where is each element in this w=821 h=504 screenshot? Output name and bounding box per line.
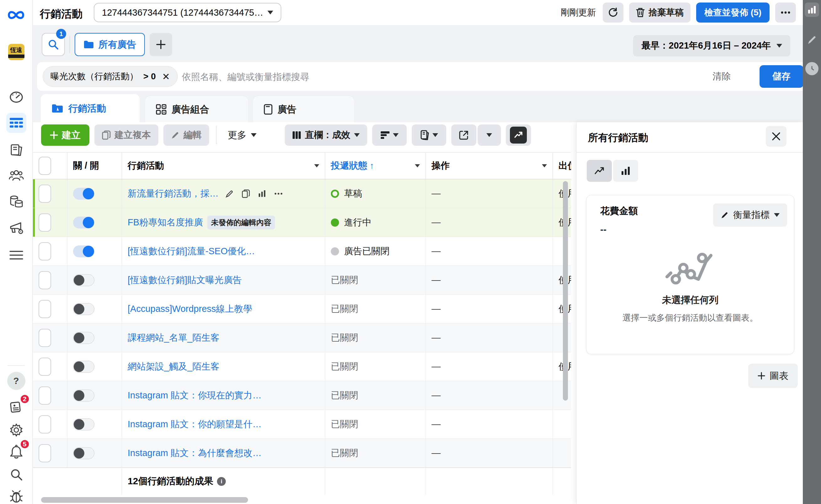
row-checkbox[interactable] [39,386,51,405]
filter-search-input[interactable]: 依照名稱、編號或衡量指標搜尋 [182,71,309,83]
notifications-bell-icon[interactable]: 5 [6,442,26,462]
add-tab-button[interactable] [150,33,172,56]
pages-icon[interactable] [6,140,26,160]
charts-toggle-button[interactable] [506,124,531,146]
more-options-button[interactable] [775,3,796,23]
campaign-row[interactable]: [恆遠數位行銷]貼文曝光廣告 已關閉 — 使用 [33,266,571,295]
campaign-row[interactable]: FB粉專知名度推廣 未發佈的編輯內容 進行中 — 使用 [33,208,571,237]
campaign-toggle[interactable] [73,188,94,200]
row-hover-actions[interactable] [225,189,282,198]
add-chart-button[interactable]: 圖表 [748,364,798,388]
campaign-name-link[interactable]: Instagram 貼文：為什麼會想改變自己？改變自… [128,447,262,459]
info-icon[interactable]: i [217,477,226,486]
account-avatar[interactable]: 恆遠 [8,44,24,60]
campaign-toggle[interactable] [73,332,94,344]
horizontal-scrollbar[interactable] [41,497,248,503]
campaign-name-link[interactable]: Instagram 貼文：你現在的實力有可能能夠達到… [128,389,262,402]
row-checkbox[interactable] [39,300,51,318]
campaign-name-link[interactable]: [恆遠數位行銷]貼文曝光廣告 [128,274,242,286]
chevron-down-icon[interactable] [314,164,319,167]
insights-chart-icon[interactable] [805,3,819,17]
report-bug-icon[interactable] [6,486,26,504]
row-checkbox[interactable] [39,444,51,462]
row-checkbox[interactable] [39,358,51,376]
bar-chart-view-button[interactable] [613,160,638,182]
campaign-toggle[interactable] [73,447,94,459]
campaign-name-link[interactable]: [Accupass]Wordpress線上教學 [128,303,252,315]
edit-pencil-icon[interactable] [806,34,818,46]
campaign-name-link[interactable]: [恆遠數位行銷]流量-SEO優化服務 [128,245,262,258]
campaign-row[interactable]: 課程網站_名單_陌生客 已關閉 — [33,323,571,352]
chevron-down-icon[interactable] [542,164,547,167]
tab-campaigns[interactable]: 行銷活動 [41,94,139,123]
review-publish-button[interactable]: 檢查並發佈 (5) [696,3,770,23]
refresh-button[interactable] [603,3,624,23]
export-button[interactable] [451,124,476,146]
header-name[interactable]: 行銷活動 [128,160,164,172]
sidebar-search-icon[interactable] [6,465,26,485]
edit-button[interactable]: 編輯 [163,124,209,146]
row-checkbox[interactable] [39,271,51,289]
row-checkbox[interactable] [39,415,51,433]
campaign-toggle[interactable] [73,245,94,257]
ads-megaphone-icon[interactable] [6,218,26,238]
audiences-icon[interactable] [6,166,26,186]
overview-gauge-icon[interactable] [6,87,26,107]
chevron-down-icon[interactable] [415,164,420,167]
row-checkbox[interactable] [39,329,51,347]
tab-ads[interactable]: 廣告 [253,96,354,123]
campaign-name-link[interactable]: 課程網站_名單_陌生客 [128,332,219,344]
history-clock-icon[interactable] [805,62,818,75]
help-button[interactable]: ? [7,372,25,390]
campaign-toggle[interactable] [73,418,94,430]
billing-coins-icon[interactable] [6,192,26,212]
header-actions[interactable]: 操作 [432,160,450,172]
more-menu-button[interactable]: 更多 [223,129,261,142]
all-ads-folder-tab[interactable]: 所有廣告 [75,33,145,56]
duplicate-button[interactable]: 建立複本 [94,124,158,146]
line-chart-view-button[interactable] [587,160,612,182]
campaign-row[interactable]: Instagram 貼文：你現在的實力有可能能夠達到… 已關閉 — [33,381,571,410]
campaign-row[interactable]: [Accupass]Wordpress線上教學 已關閉 — 使用 [33,295,571,323]
campaign-row[interactable]: Instagram 貼文：為什麼會想改變自己？改變自… 已關閉 — [33,439,571,468]
campaign-name-link[interactable]: FB粉專知名度推廣 [128,216,203,229]
columns-button[interactable]: 直欄：成效 [285,124,367,146]
campaign-toggle[interactable] [73,361,94,373]
table-vertical-scrollbar[interactable] [563,181,568,401]
reports-button[interactable] [412,124,446,146]
save-filters-button[interactable]: 儲存 [760,65,803,88]
menu-hamburger-icon[interactable] [6,245,26,265]
breakdown-button[interactable] [372,124,407,146]
account-selector[interactable]: 127444367344751 (12744436734475… [94,3,281,22]
create-button[interactable]: 建立 [41,124,89,146]
close-panel-button[interactable] [766,126,787,147]
campaigns-table-icon[interactable] [6,113,26,133]
filter-chip[interactable]: 曝光次數（行銷活動） > 0 ✕ [43,66,178,87]
whats-new-icon[interactable]: 2 [6,397,26,417]
discard-draft-button[interactable]: 捨棄草稿 [629,3,691,23]
campaign-toggle[interactable] [73,217,94,228]
campaign-name-link[interactable]: 新流量行銷活動，採… [128,187,218,200]
campaign-row[interactable]: Instagram 貼文：你的願望是什麼？… 已關閉 — [33,410,571,439]
campaign-toggle[interactable] [73,390,94,402]
export-options-button[interactable] [478,124,501,146]
clear-filters-button[interactable]: 清除 [713,70,731,83]
date-range-selector[interactable]: 最早：2021年6月16日 – 2024年 [633,35,790,56]
remove-filter-icon[interactable]: ✕ [161,71,170,82]
metrics-selector-button[interactable]: 衡量指標 [713,203,787,227]
campaign-row[interactable]: [恆遠數位行銷]流量-SEO優化服務 廣告已關閉 — [33,237,571,266]
settings-gear-icon[interactable] [6,420,26,440]
meta-logo-icon[interactable] [7,6,26,24]
campaign-name-link[interactable]: 網站架設_觸及_陌生客 [128,360,219,373]
campaign-row[interactable]: 網站架設_觸及_陌生客 已關閉 — 使用 [33,352,571,381]
row-checkbox[interactable] [39,242,51,260]
header-delivery[interactable]: 投遞狀態 [331,160,367,172]
row-checkbox[interactable] [39,185,51,203]
campaign-name-link[interactable]: Instagram 貼文：你的願望是什麼？… [128,418,262,431]
tab-adsets[interactable]: 廣告組合 [145,96,248,123]
select-all-checkbox[interactable] [39,157,51,175]
campaign-row[interactable]: 新流量行銷活動，採… 草稿 — 使用 [33,179,571,208]
campaign-toggle[interactable] [73,303,94,315]
row-checkbox[interactable] [39,213,51,232]
campaign-toggle[interactable] [73,274,94,286]
